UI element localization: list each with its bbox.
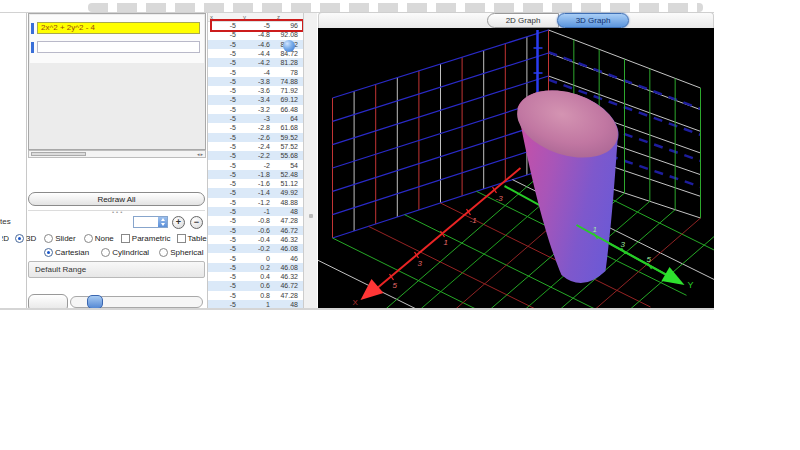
table-cell: 66.48	[273, 105, 301, 114]
radio-label-slider[interactable]: Slider	[55, 234, 75, 243]
radio-cylindrical[interactable]	[101, 248, 110, 257]
table-cell: -1.4	[239, 188, 273, 197]
table-row[interactable]: -5-1.449.92	[208, 188, 303, 197]
table-cell: -3.6	[239, 86, 273, 95]
table-cell: 47.28	[273, 216, 301, 225]
table-cell: -3.4	[239, 95, 273, 104]
table-row[interactable]: -5148	[208, 300, 303, 308]
radio-label-none[interactable]: None	[95, 234, 114, 243]
panel-splitter[interactable]: •••	[28, 210, 205, 214]
table-row[interactable]: -5-2.457.52	[208, 142, 303, 151]
add-formula-button[interactable]: +	[172, 216, 185, 229]
remove-formula-button[interactable]: −	[190, 216, 203, 229]
formula-hscrollbar[interactable]: ◂▸	[28, 150, 206, 158]
default-range-button[interactable]: Default Range	[28, 261, 205, 278]
table-row[interactable]: -5-254	[208, 161, 303, 170]
table-cell: 46	[273, 254, 301, 263]
formula-input-1[interactable]: 2x^2 + 2y^2 - 4	[37, 22, 200, 34]
highlight-box	[210, 19, 304, 32]
table-cell: -5	[208, 95, 239, 104]
radio-none[interactable]	[84, 234, 93, 243]
table-vscrollbar[interactable]	[303, 13, 317, 308]
table-row[interactable]: -5046	[208, 254, 303, 263]
scroll-handle-icon[interactable]	[283, 40, 295, 52]
table-cell: -5	[208, 263, 239, 272]
formula-input-2[interactable]	[37, 41, 200, 53]
table-row[interactable]: -5-1.651.12	[208, 179, 303, 188]
table-row[interactable]: -5-3.874.88	[208, 77, 303, 86]
table-cell: -2	[239, 161, 273, 170]
graph-3d-canvas[interactable]: -3-1135X135Y	[318, 28, 714, 308]
checkbox-parametric[interactable]	[121, 234, 130, 243]
table-cell: -5	[208, 188, 239, 197]
radio-label-cartesian[interactable]: Cartesian	[55, 248, 89, 257]
formula-hscrollbar-arrows-icon[interactable]: ◂▸	[197, 151, 204, 157]
svg-text:1: 1	[444, 238, 448, 247]
svg-text:3: 3	[418, 259, 423, 268]
table-cell: -5	[208, 272, 239, 281]
radio-slider[interactable]	[44, 234, 53, 243]
table-row[interactable]: -50.446.32	[208, 272, 303, 281]
table-row[interactable]: -5-0.446.32	[208, 235, 303, 244]
formula-hscrollbar-thumb[interactable]	[31, 152, 86, 156]
radio-cartesian[interactable]	[44, 248, 53, 257]
checkbox-label-parametric[interactable]: Parametric	[132, 234, 171, 243]
table-cell: -1	[239, 207, 273, 216]
formula-list[interactable]: 2x^2 + 2y^2 - 4	[28, 13, 206, 150]
values-table[interactable]: x y z -5-596-5-4.892.08-5-4.688.32-5-4.4…	[208, 13, 303, 308]
table-row[interactable]: -5-4.281.28	[208, 58, 303, 67]
table-cell: -5	[208, 254, 239, 263]
table-cell: -5	[208, 216, 239, 225]
table-row[interactable]: -5-1.248.88	[208, 198, 303, 207]
table-row[interactable]: -5-364	[208, 114, 303, 123]
checkbox-label-table[interactable]: Table	[188, 234, 207, 243]
table-row[interactable]: -50.847.28	[208, 291, 303, 300]
left-pane-border	[26, 13, 27, 308]
table-cell: -5	[208, 179, 239, 188]
table-cell: -0.4	[239, 235, 273, 244]
table-row[interactable]: -5-3.671.92	[208, 86, 303, 95]
table-cell: -4	[239, 68, 273, 77]
tab-2d-graph[interactable]: 2D Graph	[487, 13, 559, 28]
table-row[interactable]: -5-0.246.08	[208, 244, 303, 253]
table-cell: -3.8	[239, 77, 273, 86]
table-row[interactable]: -50.246.08	[208, 263, 303, 272]
table-row[interactable]: -5-148	[208, 207, 303, 216]
table-cell: 59.52	[273, 133, 301, 142]
graph-tabs: 2D Graph 3D Graph	[487, 13, 629, 29]
table-vscrollbar-grip[interactable]	[309, 214, 313, 218]
table-cell: -5	[208, 68, 239, 77]
table-row[interactable]: -5-478	[208, 68, 303, 77]
checkbox-table[interactable]	[177, 234, 186, 243]
table-row[interactable]: -5-3.266.48	[208, 105, 303, 114]
table-cell: 64	[273, 114, 301, 123]
table-row[interactable]: -5-2.659.52	[208, 133, 303, 142]
toolbar-buttons-strip[interactable]	[88, 3, 703, 12]
coordinate-system-row: Cartesian Cylindrical Spherical	[44, 246, 207, 258]
table-row[interactable]: -5-1.852.48	[208, 170, 303, 179]
radio-3d[interactable]	[15, 234, 24, 243]
redraw-all-button[interactable]: Redraw All	[28, 192, 205, 206]
table-cell: -5	[208, 281, 239, 290]
table-row[interactable]: -50.646.72	[208, 281, 303, 290]
zoom-slider-thumb[interactable]	[87, 295, 103, 309]
count-spinner[interactable]	[133, 216, 168, 228]
table-row[interactable]: -5-2.861.68	[208, 123, 303, 132]
radio-label-2d-clipped[interactable]: 2D	[2, 234, 9, 243]
screenshot-root: 2x^2 + 2y^2 - 4 ◂▸ Redraw All ••• tes + …	[0, 0, 800, 450]
table-cell: 74.88	[273, 77, 301, 86]
table-cell: 51.12	[273, 179, 301, 188]
radio-spherical[interactable]	[159, 248, 168, 257]
table-cell: -3.2	[239, 105, 273, 114]
table-row[interactable]: -5-0.847.28	[208, 216, 303, 225]
radio-label-3d[interactable]: 3D	[26, 234, 36, 243]
table-row[interactable]: -5-0.646.72	[208, 226, 303, 235]
zoom-slider[interactable]	[70, 296, 203, 308]
table-row[interactable]: -5-3.469.12	[208, 95, 303, 104]
table-row[interactable]: -5-2.255.68	[208, 151, 303, 160]
spinner-arrows-icon[interactable]	[158, 217, 167, 227]
table-cell: 55.68	[273, 151, 301, 160]
radio-label-cylindrical[interactable]: Cylindrical	[112, 248, 149, 257]
tab-3d-graph[interactable]: 3D Graph	[557, 13, 629, 28]
radio-label-spherical[interactable]: Spherical	[170, 248, 203, 257]
